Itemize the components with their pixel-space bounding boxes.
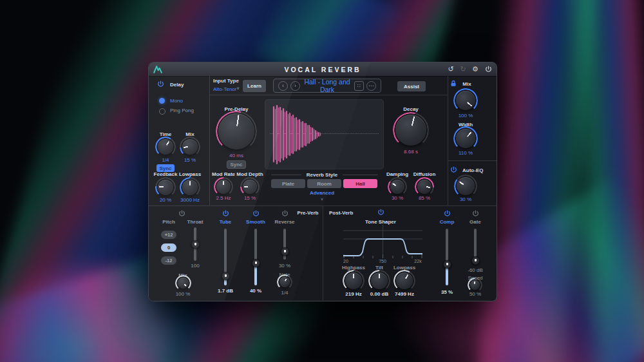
damping-knob[interactable] — [390, 180, 404, 194]
gate-speed-knob[interactable] — [470, 280, 480, 290]
damping-label: Damping — [386, 171, 408, 177]
gate-value: -60 dB — [468, 267, 483, 273]
divider — [448, 76, 448, 205]
reverse-value: 30 % — [279, 263, 290, 269]
preset-name[interactable]: Hall - Long and Dark — [303, 78, 352, 93]
pitch-minus12-button[interactable]: -12 — [161, 256, 176, 265]
reverb-style-label: Reverb Style — [307, 172, 337, 178]
feedback-label: Feedback — [154, 171, 178, 177]
comp-value: 35 % — [441, 289, 453, 295]
mono-radio[interactable] — [159, 98, 165, 104]
tube-power-icon[interactable] — [222, 210, 229, 217]
pitch-mix-knob[interactable] — [178, 278, 189, 289]
tone-shaper-graph[interactable] — [343, 225, 422, 259]
divider — [209, 95, 448, 95]
mod-depth-value: 15 % — [244, 195, 256, 201]
feedback-knob[interactable] — [158, 180, 173, 195]
input-type-label: Input Type — [213, 78, 239, 84]
width-knob[interactable] — [456, 129, 475, 148]
style-hall-button[interactable]: Hall — [343, 179, 377, 188]
pre-delay-sync-button[interactable]: Sync — [227, 160, 246, 169]
gate-power-icon[interactable] — [472, 210, 479, 217]
plugin-window: VOCAL REVERB ↺ ↻ ⚙ Delay Mono Ping Pong … — [148, 62, 497, 301]
throat-label: Throat — [187, 219, 204, 225]
mod-rate-knob[interactable] — [216, 180, 231, 194]
mod-depth-knob[interactable] — [243, 180, 257, 194]
divider — [209, 76, 210, 205]
random-preset-icon[interactable]: ∷ — [354, 81, 364, 91]
gate-slider[interactable] — [474, 229, 477, 265]
assist-button[interactable]: Assist — [397, 81, 426, 91]
style-room-button[interactable]: Room — [307, 179, 341, 188]
delay-lowpass-value: 3000 Hz — [180, 197, 200, 203]
input-type-value[interactable]: Alto-Tenor — [213, 86, 236, 92]
ping-pong-label: Ping Pong — [170, 108, 194, 113]
tone-tick-750: 750 — [379, 259, 386, 263]
delay-lowpass-knob[interactable] — [182, 180, 198, 195]
pitch-label: Pitch — [162, 219, 175, 225]
pre-delay-value: 40 ms — [229, 153, 243, 158]
note-knob[interactable] — [279, 277, 290, 287]
pitch-mix-value: 100 % — [176, 291, 191, 297]
comp-power-icon[interactable] — [444, 210, 451, 217]
delay-mix-knob[interactable] — [182, 139, 198, 155]
titlebar: VOCAL REVERB ↺ ↻ ⚙ — [149, 62, 497, 77]
advanced-chevron-icon[interactable]: ∨ — [321, 196, 323, 201]
master-power-icon[interactable] — [482, 62, 494, 76]
smooth-slider[interactable] — [254, 229, 257, 285]
divider — [448, 160, 497, 161]
input-type-chevron-icon[interactable]: ∨ — [236, 86, 240, 91]
pitch-zero-button[interactable]: 0 — [161, 243, 176, 252]
auto-eq-power-icon[interactable] — [450, 166, 457, 173]
tone-shaper-power-icon[interactable] — [377, 209, 384, 216]
decay-label: Decay — [403, 106, 419, 112]
lowpass-value: 7499 Hz — [395, 291, 414, 297]
delay-mix-value: 15 % — [184, 157, 196, 163]
lowpass-knob[interactable] — [396, 272, 413, 289]
learn-button[interactable]: Learn — [243, 80, 266, 92]
output-mix-value: 100 % — [459, 113, 473, 119]
divider — [271, 175, 301, 175]
auto-eq-knob[interactable] — [457, 177, 475, 195]
throat-slider[interactable] — [194, 227, 196, 261]
redo-icon[interactable]: ↻ — [457, 62, 469, 76]
tilt-knob[interactable] — [371, 272, 388, 289]
mix-lock-icon[interactable] — [450, 79, 457, 88]
time-knob[interactable] — [158, 139, 173, 155]
pre-delay-knob[interactable] — [218, 113, 254, 149]
reverb-waveform-display — [265, 99, 384, 169]
undo-icon[interactable]: ↺ — [445, 62, 457, 76]
tube-value: 1.7 dB — [218, 288, 233, 294]
decay-value: 8.68 s — [404, 149, 418, 155]
reverse-label: Reverse — [274, 219, 294, 225]
ping-pong-radio[interactable] — [159, 108, 166, 115]
smooth-power-icon[interactable] — [252, 210, 260, 217]
style-plate-button[interactable]: Plate — [271, 179, 305, 188]
diffusion-knob[interactable] — [417, 180, 431, 194]
damping-value: 30 % — [392, 195, 403, 201]
settings-gear-icon[interactable]: ⚙ — [469, 62, 481, 76]
next-preset-icon[interactable]: › — [290, 81, 300, 91]
comp-slider[interactable] — [446, 229, 448, 285]
time-value: 1/4 — [162, 157, 169, 163]
plugin-title: VOCAL REVERB — [284, 66, 361, 73]
tone-shaper-label: Tone Shaper — [365, 219, 396, 225]
reverse-power-icon[interactable] — [281, 210, 289, 217]
width-value: 110 % — [459, 150, 473, 156]
comp-label: Comp — [440, 219, 455, 225]
advanced-link[interactable]: Advanced — [310, 190, 334, 196]
preset-menu-icon[interactable]: ⋯ — [366, 81, 376, 91]
tube-slider[interactable] — [224, 229, 227, 285]
divider — [343, 175, 378, 175]
decay-knob[interactable] — [395, 115, 426, 146]
output-mix-knob[interactable] — [456, 91, 475, 110]
reverse-slider[interactable] — [283, 229, 286, 260]
delay-power-icon[interactable] — [157, 81, 164, 88]
pitch-power-icon[interactable] — [178, 210, 185, 217]
highpass-knob[interactable] — [345, 272, 362, 289]
highpass-value: 219 Hz — [345, 291, 361, 297]
prev-preset-icon[interactable]: ‹ — [278, 81, 288, 91]
pitch-plus12-button[interactable]: +12 — [161, 231, 176, 239]
mod-depth-label: Mod Depth — [236, 171, 263, 177]
throat-value: 100 — [191, 263, 199, 269]
